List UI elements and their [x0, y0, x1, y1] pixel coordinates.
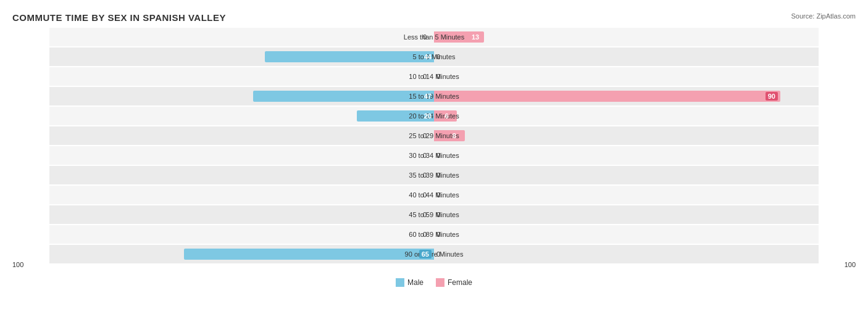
legend-female-label: Female [448, 278, 472, 287]
female-value-zero: 0 [436, 152, 819, 159]
axis-left: 100 [12, 261, 23, 268]
male-value-zero: 0 [423, 152, 427, 159]
chart-row: 5 to 9 Minutes440 [49, 47, 819, 66]
female-value: 8 [453, 132, 456, 139]
male-value: 20 [424, 112, 432, 120]
chart-row: Less than 5 Minutes013 [49, 28, 819, 46]
female-value-zero: 0 [436, 191, 819, 199]
female-value-zero: 0 [436, 73, 819, 80]
chart-title: COMMUTE TIME BY SEX IN SPANISH VALLEY [12, 12, 856, 23]
female-value-zero: 0 [436, 231, 819, 238]
female-value-zero: 0 [436, 250, 819, 258]
chart-row: 15 to 19 Minutes4790 [49, 87, 819, 105]
chart-row: 60 to 89 Minutes00 [49, 225, 819, 244]
male-bar [265, 51, 434, 62]
chart-row: 25 to 29 Minutes08 [49, 126, 819, 145]
male-value: 47 [424, 93, 432, 100]
chart-row: 90 or more Minutes650 [49, 245, 819, 263]
male-value-zero: 0 [423, 211, 427, 218]
legend-female: Female [436, 278, 472, 287]
legend-male: Male [396, 278, 424, 287]
male-value-zero: 0 [423, 231, 427, 238]
axis-right: 100 [845, 261, 856, 268]
male-value-zero: 0 [423, 33, 427, 41]
legend-male-box [396, 278, 404, 287]
legend: Male Female [396, 278, 472, 287]
male-value: 65 [419, 250, 432, 258]
male-value-zero: 0 [423, 191, 427, 199]
female-value: 13 [472, 33, 479, 41]
male-bar [184, 249, 434, 260]
chart-row: 10 to 14 Minutes00 [49, 67, 819, 86]
chart-row: 20 to 24 Minutes206 [49, 107, 819, 125]
legend-male-label: Male [407, 278, 424, 287]
chart-row: 40 to 44 Minutes00 [49, 186, 819, 204]
legend-female-box [436, 278, 444, 287]
male-value-zero: 0 [423, 73, 427, 80]
source-label: Source: ZipAtlas.com [791, 12, 856, 20]
female-value-zero: 0 [436, 211, 819, 218]
female-value: 6 [444, 112, 448, 120]
male-value-zero: 0 [423, 171, 427, 179]
female-value-zero: 0 [436, 171, 819, 179]
chart-row: 45 to 59 Minutes00 [49, 205, 819, 224]
chart-container: COMMUTE TIME BY SEX IN SPANISH VALLEY So… [0, 0, 868, 322]
male-bar [253, 91, 434, 102]
female-value-zero: 0 [436, 53, 819, 60]
chart-area: Less than 5 Minutes0135 to 9 Minutes4401… [12, 28, 856, 287]
male-value: 44 [424, 53, 432, 60]
chart-row: 35 to 39 Minutes00 [49, 166, 819, 184]
female-bar [434, 130, 465, 141]
chart-row: 30 to 34 Minutes00 [49, 146, 819, 165]
female-value: 90 [766, 92, 778, 101]
male-value-zero: 0 [423, 132, 427, 139]
male-bar [357, 110, 434, 122]
chart-inner: Less than 5 Minutes0135 to 9 Minutes4401… [49, 28, 819, 268]
female-bar [434, 91, 780, 102]
